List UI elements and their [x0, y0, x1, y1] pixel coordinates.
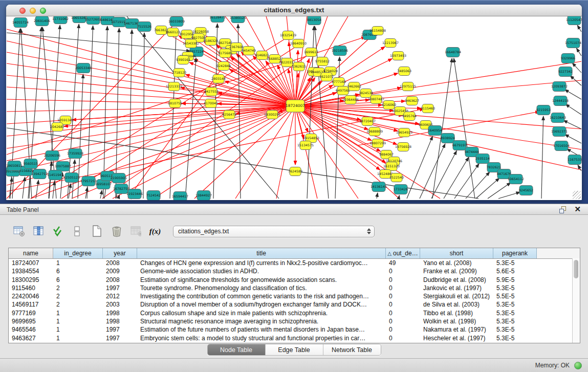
black-edge[interactable]: [454, 58, 475, 199]
vertical-scrollbar[interactable]: [572, 258, 580, 343]
delete-table-icon[interactable]: [127, 224, 144, 239]
network-window-title: citations_edges.txt: [6, 6, 582, 14]
graph-node-label: 9884067: [379, 152, 394, 156]
graph-node-label: 18640910: [290, 41, 307, 45]
table-mode-icon[interactable]: [10, 224, 28, 239]
graph-node-label: 19154853: [303, 136, 319, 140]
red-edge[interactable]: [276, 106, 295, 199]
network-window-titlebar[interactable]: citations_edges.txt: [6, 5, 582, 16]
black-edge[interactable]: [185, 58, 196, 199]
network-view[interactable]: 1405572420691406117310621065328715272602…: [6, 16, 582, 200]
column-header-year[interactable]: year: [103, 248, 137, 258]
column-header-pagerank[interactable]: pagerank: [493, 248, 537, 258]
resize-grip-icon[interactable]: [573, 191, 581, 199]
red-edge[interactable]: [7, 52, 295, 106]
black-edge[interactable]: [577, 25, 581, 32]
table-row[interactable]: 1872400712008Changes of HCN gene express…: [9, 259, 580, 267]
select-all-icon[interactable]: [49, 224, 67, 239]
graph-node-label: 9755812: [315, 59, 330, 63]
black-edge[interactable]: [69, 184, 71, 199]
table-cell: 0: [386, 276, 420, 284]
float-square-front: [559, 209, 564, 213]
graph-node-label: 9463627: [405, 99, 419, 102]
dropdown-stepper-icon: [366, 227, 372, 235]
tab-network-table[interactable]: Network Table: [323, 344, 381, 355]
table-row[interactable]: 1456911722003Disruption of a novel membe…: [9, 300, 580, 309]
close-panel-icon[interactable]: ✕: [574, 205, 581, 214]
graph-node-label: 7462662: [347, 84, 361, 88]
black-edge[interactable]: [466, 172, 490, 199]
table-row[interactable]: 1830029562008Estimation of significance …: [9, 276, 580, 284]
graph-node-label: 10654112: [508, 177, 524, 181]
table-row[interactable]: 911546021997Tourette syndrome. Phenomeno…: [9, 284, 580, 292]
black-edge[interactable]: [377, 193, 378, 199]
black-edge[interactable]: [454, 164, 479, 199]
tab-edge-table[interactable]: Edge Table: [266, 344, 323, 355]
black-edge[interactable]: [53, 181, 55, 199]
black-edge[interactable]: [565, 104, 581, 115]
red-edge[interactable]: [295, 106, 358, 199]
table-cell: 1998: [103, 317, 137, 325]
float-panel-icon[interactable]: [559, 206, 567, 213]
column-header-short[interactable]: short: [420, 248, 493, 258]
graph-node-label: 13844927: [195, 193, 212, 197]
network-window: citations_edges.txt 14055724206914061173…: [6, 5, 582, 200]
graph-node-label: 2522540: [389, 176, 404, 179]
red-edge[interactable]: [7, 63, 295, 106]
black-edge[interactable]: [68, 24, 79, 199]
table-row[interactable]: 969969511998Structural magnetic resonanc…: [9, 317, 580, 325]
graph-node-label: 16210643: [550, 116, 566, 119]
table-cell: 2: [53, 292, 103, 300]
table-cell: 18300295: [9, 276, 53, 284]
table-row[interactable]: 1938455462009Genome-wide association stu…: [9, 267, 580, 275]
graph-node-label: 2803144: [211, 77, 226, 80]
graph-node-label: 8186328: [204, 39, 218, 42]
red-edge[interactable]: [295, 106, 581, 170]
function-builder-icon[interactable]: f(x): [146, 224, 164, 239]
table-cell: 0: [386, 309, 420, 317]
table-cell: 1: [53, 334, 103, 342]
graph-node-label: 2367608: [229, 45, 244, 49]
table-row[interactable]: 946362711997Embryonic stem cells: a mode…: [9, 334, 580, 342]
network-graph[interactable]: 1405572420691406117310621065328715272602…: [6, 16, 582, 200]
column-header-title[interactable]: title: [137, 248, 386, 258]
black-edge[interactable]: [420, 144, 445, 199]
black-edge[interactable]: [578, 165, 581, 171]
black-edge[interactable]: [572, 63, 581, 73]
table-cell: 5.3E-5: [493, 334, 537, 342]
black-edge[interactable]: [576, 48, 581, 56]
tab-node-table[interactable]: Node Table: [208, 344, 266, 355]
black-edge[interactable]: [100, 190, 102, 199]
show-columns-icon[interactable]: [30, 224, 47, 239]
black-edge[interactable]: [498, 192, 520, 199]
table-cell: 2: [53, 300, 103, 309]
graph-node-label: 18807299: [369, 141, 386, 145]
table-row[interactable]: 946554611997Estimation of the future num…: [9, 325, 580, 334]
black-edge[interactable]: [399, 195, 399, 199]
black-edge[interactable]: [476, 178, 499, 199]
table-row[interactable]: 2242004622012Investigating the contribut…: [9, 292, 580, 300]
column-header-in-degree[interactable]: in_degree: [53, 248, 103, 258]
column-label: pagerank: [502, 250, 528, 257]
table-cell: Embryonic stem cells: a model to study s…: [137, 334, 386, 342]
scrollbar-thumb[interactable]: [574, 260, 578, 278]
deselect-all-icon[interactable]: [69, 224, 86, 239]
trash-icon[interactable]: [107, 224, 125, 239]
column-header-out-de-[interactable]: △out_de…: [386, 248, 420, 258]
column-header-name[interactable]: name: [9, 248, 53, 258]
table-row[interactable]: 977716911998Corpus callosum shape and si…: [9, 309, 580, 317]
black-edge[interactable]: [7, 33, 190, 51]
black-edge[interactable]: [444, 157, 469, 199]
memory-ok-indicator-icon: [574, 362, 582, 369]
graph-node-label: 18325419: [280, 33, 296, 37]
table-cell: 5.3E-5: [493, 325, 537, 334]
red-edge[interactable]: [295, 16, 307, 106]
black-edge[interactable]: [541, 116, 543, 199]
table-selector-dropdown[interactable]: citations_edges.txt: [173, 226, 375, 237]
graph-node-label: 12093872: [551, 84, 568, 88]
red-edge[interactable]: [154, 106, 295, 199]
new-document-icon[interactable]: [88, 224, 105, 239]
graph-node-label: 10807487: [368, 97, 384, 101]
graph-node-label: 8813054: [307, 18, 321, 21]
black-edge[interactable]: [431, 151, 456, 199]
